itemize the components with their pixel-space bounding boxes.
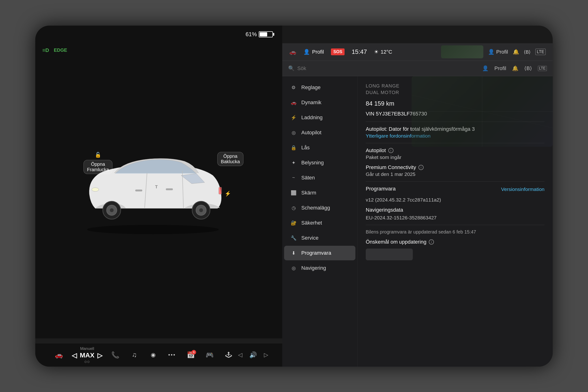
autopilot-info-icon: i — [388, 148, 394, 153]
battery-fill — [260, 32, 267, 36]
max-display: ◁ MAX ▷ — [72, 352, 102, 359]
battery-percent: 61% — [246, 31, 257, 38]
menu-label-dynamik: Dynamik — [301, 100, 322, 106]
taskbar-camera-button[interactable]: ◉ — [144, 352, 162, 358]
bluetooth-icon: ⟨B⟩ — [524, 49, 530, 55]
lte-icon: LTE — [535, 49, 546, 55]
music-icon: ♫ — [132, 351, 137, 358]
update-wish-info-icon: i — [429, 240, 434, 244]
header-right-icons: 👤 Profil 🔔 ⟨B⟩ LTE — [441, 46, 546, 58]
header-profile-left[interactable]: 👤 Profil — [304, 49, 324, 55]
taskbar-calendar-button[interactable]: 📅 6 — [181, 351, 200, 359]
search-bar: 🔍 👤 Profil 🔔 ⟨B⟩ LTE — [282, 61, 553, 76]
connectivity-info-icon: i — [418, 165, 424, 170]
profile-right-button[interactable]: 👤 Profil — [488, 49, 508, 55]
person-icon: 👤 — [488, 49, 494, 55]
header-weather: ☀ 12°C — [374, 49, 392, 55]
menu-item-schemalägg[interactable]: ◷ Schemalägg — [284, 200, 356, 215]
menu-label-schemalägg: Schemalägg — [301, 205, 330, 211]
taskbar-music-button[interactable]: ♫ — [125, 351, 144, 358]
map-bg — [412, 76, 553, 147]
taskbar-more-button[interactable]: ••• — [162, 352, 181, 358]
sos-button[interactable]: SOS — [331, 48, 344, 55]
menu-item-skarm[interactable]: ⬜ Skärm — [284, 186, 356, 200]
front-hood-text: Öppna Framlucka — [84, 160, 112, 174]
taskbar-car-button[interactable]: 🚗 — [50, 351, 68, 359]
taskbar-right-controls: ◁ 🔊 ▷ — [238, 351, 268, 358]
autopilot-icon: ◎ — [290, 130, 297, 136]
svg-text:⚡: ⚡ — [224, 190, 231, 197]
calendar-badge: 6 — [192, 350, 196, 354]
divider-3 — [366, 181, 544, 182]
svg-point-5 — [110, 208, 114, 212]
right-body: ⚙ Reglage 🚗 Dynamik ⚡ Laddning ◎ Autopil… — [282, 76, 553, 366]
svg-rect-12 — [166, 188, 173, 190]
left-nav-button[interactable]: ◁ — [238, 352, 242, 358]
menu-label-service: Service — [301, 235, 318, 241]
menu-item-service[interactable]: 🔧 Service — [284, 231, 356, 245]
menu-item-autopilot[interactable]: ◎ Autopilot — [284, 125, 356, 140]
security-icon: 🔐 — [290, 220, 297, 226]
manual-label: Manuell — [80, 346, 94, 351]
software-label: Programvara — [366, 186, 396, 192]
sidebar-menu: ⚙ Reglage 🚗 Dynamik ⚡ Laddning ◎ Autopil… — [282, 76, 358, 366]
dynamic-icon: 🚗 — [290, 100, 297, 105]
menu-label-reglage: Reglage — [301, 84, 320, 90]
nav-icon: ◎ — [290, 265, 297, 271]
nav-data-value: EU-2024.32-15126-3528863427 — [366, 215, 544, 220]
profile-search-label: Profil — [494, 65, 506, 72]
network-button[interactable]: LTE — [535, 49, 546, 55]
menu-item-sakerhet[interactable]: 🔐 Säkerhet — [284, 216, 356, 230]
connectivity-row: Premium Connectivity i Går ut den 1 mar … — [366, 164, 544, 177]
next-arrow[interactable]: ▷ — [97, 352, 102, 359]
menu-item-reglage[interactable]: ⚙ Reglage — [284, 80, 356, 95]
profile-right-label: Profil — [496, 49, 508, 55]
svg-point-0 — [87, 225, 219, 234]
menu-item-navigering[interactable]: ◎ Navigering — [284, 261, 356, 275]
menu-label-laddning: Laddning — [301, 114, 323, 121]
wrench-icon: 🔧 — [290, 235, 297, 241]
bluetooth-button[interactable]: ⟨B⟩ — [524, 49, 530, 55]
car-icon: 🚗 — [55, 351, 63, 359]
taskbar-phone-button[interactable]: 📞 — [106, 351, 125, 359]
profile-icon-left: 👤 — [304, 49, 310, 55]
rear-trunk-label[interactable]: Öppna Baklucka — [217, 152, 244, 166]
taskbar: 🚗 Manuell ◁ MAX ▷ ⊙⊙ — [35, 343, 282, 366]
menu-item-dynamik[interactable]: 🚗 Dynamik — [284, 95, 356, 110]
taskbar-climate-center[interactable]: Manuell ◁ MAX ▷ ⊙⊙ — [68, 346, 106, 364]
battery-bar — [259, 31, 273, 38]
menu-item-programvara[interactable]: ⬇ Programvara — [284, 246, 356, 260]
autopilot-package-row: Autopilot i Paket som ingår — [366, 148, 544, 160]
front-hood-label[interactable]: 🔓 Öppna Framlucka — [84, 152, 112, 174]
seat-icon: ~ — [290, 175, 297, 180]
menu-item-saten[interactable]: ~ Säten — [284, 170, 356, 185]
taskbar-joystick-button[interactable]: 🕹 — [219, 351, 238, 359]
menu-label-saten: Säten — [301, 175, 315, 181]
bt-search-icon: ⟨B⟩ — [524, 65, 532, 72]
download-icon: ⬇ — [290, 250, 297, 256]
profile-label-left: Profil — [312, 49, 324, 55]
games-icon: 🎮 — [206, 351, 214, 359]
update-button[interactable] — [366, 248, 413, 260]
battery-indicator: 61% — [246, 31, 273, 38]
menu-item-las[interactable]: 🔒 Lås — [284, 140, 356, 155]
edge-indicator: EDGE — [54, 48, 67, 53]
menu-item-laddning[interactable]: ⚡ Laddning — [284, 110, 356, 125]
prev-arrow[interactable]: ◁ — [72, 352, 77, 359]
notification-button[interactable]: 🔔 — [513, 49, 519, 55]
settings-icon: ⚙ — [290, 85, 297, 90]
phone-bezel: 61% — [35, 26, 282, 43]
schedule-icon: ◷ — [290, 205, 297, 211]
content-panel: LONG RANGE DUAL MOTOR 84 159 km VIN 5YJ3… — [358, 76, 553, 366]
search-right-icons: 👤 Profil 🔔 ⟨B⟩ LTE — [482, 65, 547, 72]
taskbar-games-button[interactable]: 🎮 — [200, 351, 219, 359]
software-row: Programvara Versionsinformation — [366, 186, 544, 193]
search-input[interactable] — [297, 65, 479, 72]
right-nav-button[interactable]: ▷ — [264, 352, 268, 358]
right-panel: 🚗 👤 Profil SOS 15:47 ☀ 12°C — [282, 43, 553, 366]
software-version: v12 (2024.45.32.2 7cc287a111a2) — [366, 197, 544, 203]
menu-item-belysning[interactable]: ✦ Belysning — [284, 156, 356, 170]
version-info-link[interactable]: Versionsinformation — [501, 186, 544, 192]
lock-icon: 🔒 — [290, 145, 297, 150]
charging-icon: ⚡ — [290, 115, 297, 120]
